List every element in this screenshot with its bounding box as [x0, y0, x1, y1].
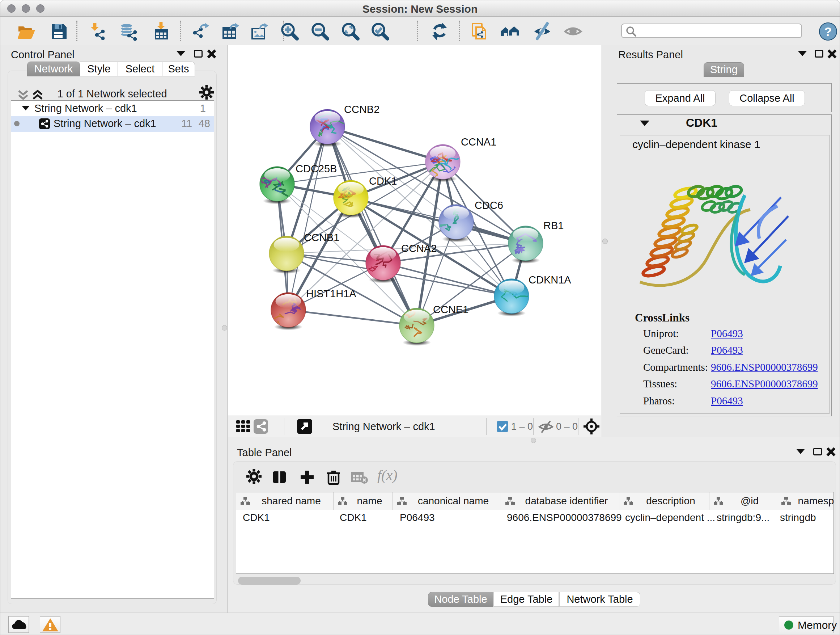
svg-text:CCNB1: CCNB1 — [304, 232, 339, 243]
svg-text:?: ? — [824, 25, 832, 38]
svg-text:CDK1: CDK1 — [369, 175, 397, 187]
svg-text:CCNA2: CCNA2 — [401, 242, 437, 254]
svg-text:CDKN1A: CDKN1A — [529, 274, 571, 286]
svg-text:RB1: RB1 — [543, 220, 564, 231]
svg-text:CCNE1: CCNE1 — [433, 304, 469, 315]
svg-text:CCNB2: CCNB2 — [344, 103, 379, 115]
svg-text:HIST1H1A: HIST1H1A — [306, 288, 356, 299]
svg-text:CDC25B: CDC25B — [295, 163, 337, 174]
svg-text:CCNA1: CCNA1 — [461, 136, 496, 148]
svg-text:CDC6: CDC6 — [475, 200, 503, 211]
